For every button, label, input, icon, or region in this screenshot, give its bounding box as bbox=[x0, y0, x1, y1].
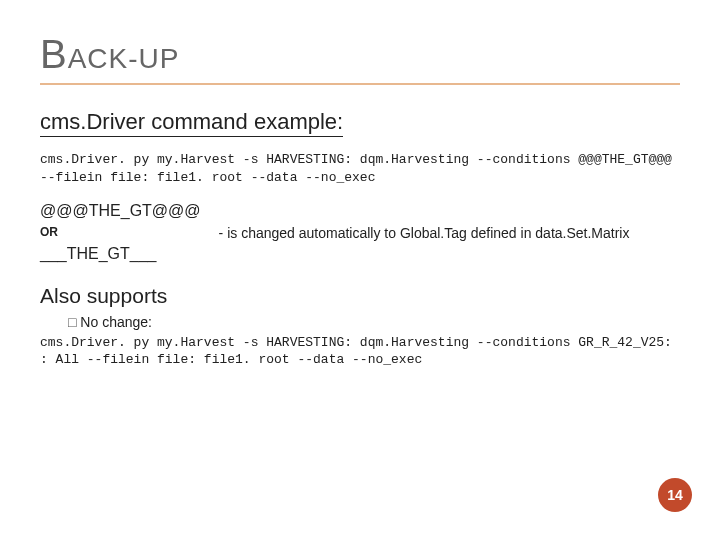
gt-choices: @@@THE_GT@@@ OR ___THE_GT___ bbox=[40, 200, 201, 266]
also-supports-heading: Also supports bbox=[40, 284, 680, 308]
title-rest: ACK-UP bbox=[68, 43, 180, 74]
also-bullet: No change: bbox=[68, 314, 680, 330]
page-title: BACK-UP bbox=[40, 32, 680, 85]
gt-option-2: ___THE_GT___ bbox=[40, 243, 201, 265]
slide: BACK-UP cms.Driver command example: cms.… bbox=[0, 0, 720, 540]
page-number-badge: 14 bbox=[658, 478, 692, 512]
gt-note-text: - is changed automatically to Global.Tag… bbox=[219, 225, 630, 241]
title-initcap: B bbox=[40, 32, 68, 76]
command-supports: cms.Driver. py my.Harvest -s HARVESTING:… bbox=[40, 334, 680, 369]
section-heading-example: cms.Driver command example: bbox=[40, 109, 343, 137]
gt-note-row: @@@THE_GT@@@ OR ___THE_GT___ - is change… bbox=[40, 200, 680, 266]
gt-option-1: @@@THE_GT@@@ bbox=[40, 200, 201, 222]
gt-or-label: OR bbox=[40, 224, 201, 241]
command-example: cms.Driver. py my.Harvest -s HARVESTING:… bbox=[40, 151, 680, 186]
